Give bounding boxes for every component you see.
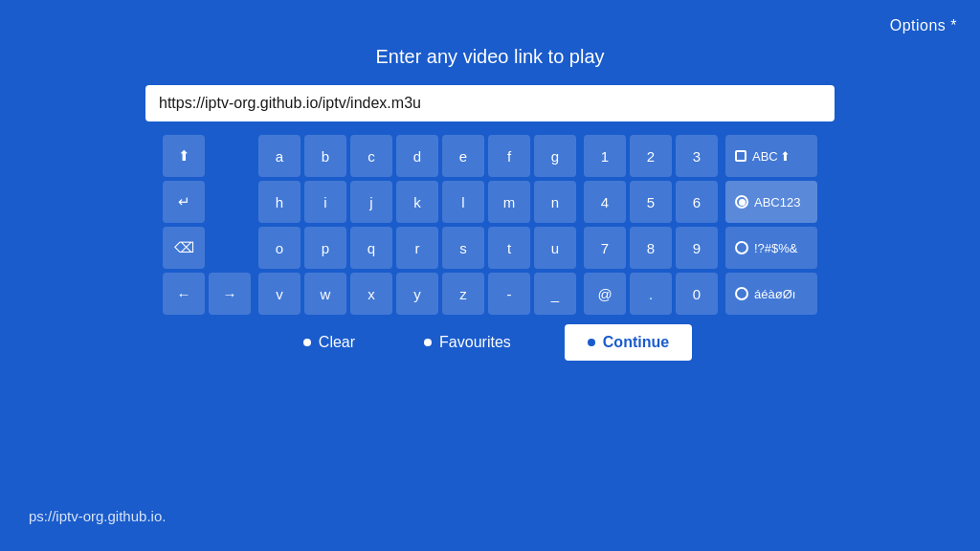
key-c[interactable]: c <box>350 135 392 177</box>
clear-label: Clear <box>319 334 355 351</box>
key-2[interactable]: 2 <box>630 135 672 177</box>
continue-button[interactable]: Continue <box>565 324 692 361</box>
letter-row-3: o p q r s t u <box>258 227 576 269</box>
key-1[interactable]: 1 <box>584 135 626 177</box>
key-g[interactable]: g <box>534 135 576 177</box>
key-v[interactable]: v <box>258 273 301 315</box>
backspace-key[interactable]: ⌫ <box>163 227 205 269</box>
mode-accents[interactable]: áéàøØı <box>725 273 817 315</box>
mode-symbols-label: !?#$%& <box>754 241 798 255</box>
key-p[interactable]: p <box>304 227 346 269</box>
right-key[interactable]: → <box>209 273 251 315</box>
key-5[interactable]: 5 <box>630 181 672 223</box>
special-keys-section: ⬆ ↵ ⌫ ← → <box>163 135 251 315</box>
favourites-dot <box>424 339 432 346</box>
favourites-button[interactable]: Favourites <box>409 326 526 359</box>
key-0[interactable]: 0 <box>676 273 718 315</box>
square-up-icon <box>735 150 746 162</box>
key-a[interactable]: a <box>258 135 301 177</box>
key-6[interactable]: 6 <box>676 181 718 223</box>
mode-section: ABC ⬆ ABC123 !?#$%& áéàøØı <box>725 135 817 315</box>
key-o[interactable]: o <box>258 227 301 269</box>
key-l[interactable]: l <box>442 181 484 223</box>
url-input[interactable] <box>145 85 835 121</box>
key-m[interactable]: m <box>488 181 530 223</box>
key-dash[interactable]: - <box>488 273 530 315</box>
letter-row-1: a b c d e f g <box>258 135 576 177</box>
mode-symbols[interactable]: !?#$%& <box>725 227 817 269</box>
key-u[interactable]: u <box>534 227 576 269</box>
key-j[interactable]: j <box>350 181 392 223</box>
mode-accents-label: áéàøØı <box>754 287 795 301</box>
key-z[interactable]: z <box>442 273 484 315</box>
tab-key[interactable]: ↵ <box>163 181 205 223</box>
key-x[interactable]: x <box>350 273 392 315</box>
key-n[interactable]: n <box>534 181 576 223</box>
radio-filled-icon <box>735 195 748 209</box>
key-underscore[interactable]: _ <box>534 273 576 315</box>
letter-row-4: v w x y z - _ <box>258 273 576 315</box>
key-k[interactable]: k <box>396 181 438 223</box>
key-r[interactable]: r <box>396 227 438 269</box>
mode-abc123[interactable]: ABC123 <box>725 181 817 223</box>
key-4[interactable]: 4 <box>584 181 626 223</box>
radio-empty-icon-1 <box>735 241 748 254</box>
key-at[interactable]: @ <box>584 273 626 315</box>
action-row: Clear Favourites Continue <box>0 324 980 361</box>
num-row-1: 1 2 3 <box>584 135 718 177</box>
favourites-label: Favourites <box>439 334 511 351</box>
key-b[interactable]: b <box>304 135 346 177</box>
clear-button[interactable]: Clear <box>288 326 370 359</box>
bottom-url-preview: ps://iptv-org.github.io. <box>29 508 166 524</box>
key-d[interactable]: d <box>396 135 438 177</box>
key-e[interactable]: e <box>442 135 484 177</box>
key-f[interactable]: f <box>488 135 530 177</box>
url-input-wrap <box>145 85 835 121</box>
clear-dot <box>303 339 311 346</box>
mode-abc123-label: ABC123 <box>754 195 800 209</box>
mode-uppercase-label: ABC <box>752 149 778 164</box>
shift-key[interactable]: ⬆ <box>163 135 205 177</box>
num-row-2: 4 5 6 <box>584 181 718 223</box>
key-dot[interactable]: . <box>630 273 672 315</box>
mode-up-arrow: ⬆ <box>780 149 791 164</box>
mode-uppercase[interactable]: ABC ⬆ <box>725 135 817 177</box>
continue-dot <box>588 339 595 346</box>
key-9[interactable]: 9 <box>676 227 718 269</box>
num-row-4: @ . 0 <box>584 273 718 315</box>
key-3[interactable]: 3 <box>676 135 718 177</box>
key-h[interactable]: h <box>258 181 301 223</box>
continue-label: Continue <box>603 334 669 351</box>
key-w[interactable]: w <box>304 273 346 315</box>
num-row-3: 7 8 9 <box>584 227 718 269</box>
letter-keys-section: a b c d e f g h i j k l m n o p q r s t … <box>258 135 576 315</box>
key-q[interactable]: q <box>350 227 392 269</box>
key-s[interactable]: s <box>442 227 484 269</box>
key-y[interactable]: y <box>396 273 438 315</box>
key-i[interactable]: i <box>304 181 346 223</box>
radio-empty-icon-2 <box>735 287 748 300</box>
key-7[interactable]: 7 <box>584 227 626 269</box>
left-key[interactable]: ← <box>163 273 205 315</box>
page-title: Enter any video link to play <box>0 46 980 68</box>
options-button[interactable]: Options * <box>890 17 957 34</box>
letter-row-2: h i j k l m n <box>258 181 576 223</box>
numpad-section: 1 2 3 4 5 6 7 8 9 @ . 0 <box>584 135 718 315</box>
key-8[interactable]: 8 <box>630 227 672 269</box>
keyboard-area: ⬆ ↵ ⌫ ← → a b c d e f g h i j k l m <box>0 135 980 315</box>
key-t[interactable]: t <box>488 227 530 269</box>
